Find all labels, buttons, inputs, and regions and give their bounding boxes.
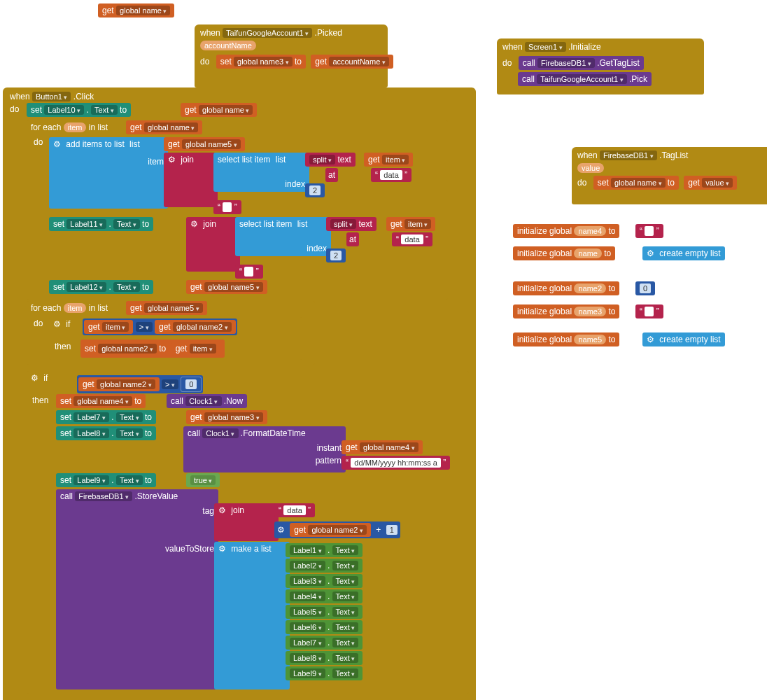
get-global-name-top[interactable]: get global name [98, 4, 174, 18]
prop-dd[interactable]: Text [332, 668, 359, 678]
var-dd[interactable]: global name5 [182, 139, 241, 149]
compare-2[interactable]: get global name2 > 0 [77, 375, 203, 393]
get-value[interactable]: get value [684, 176, 737, 190]
var-dd[interactable]: global name2 [97, 379, 155, 389]
get-gname5-3[interactable]: get global name5 [126, 301, 207, 315]
var-dd[interactable]: global name [199, 105, 253, 115]
label8-text[interactable]: Label8 . Text [286, 651, 363, 665]
init-global-name[interactable]: initialize global name to [513, 246, 615, 260]
init-global-name5[interactable]: initialize global name5 to [513, 332, 619, 346]
component-dd[interactable]: Label8 [290, 653, 325, 663]
at-1[interactable]: at [325, 168, 338, 182]
set-label12[interactable]: set Label12 . Text to [49, 280, 153, 294]
component-dd[interactable]: Label9 [73, 475, 109, 485]
component-dd[interactable]: Label2 [290, 561, 325, 570]
index-2-a[interactable]: 2 [305, 183, 325, 197]
var-name[interactable]: name2 [574, 284, 606, 293]
get-gname2-1[interactable]: get global name2 [155, 320, 236, 334]
component-dd[interactable]: Screen1 [525, 42, 566, 52]
empty-str-a[interactable]: “ ” [213, 200, 241, 214]
set-label8[interactable]: set Label8 . Text to [56, 426, 156, 440]
string-value[interactable] [645, 307, 654, 316]
prop-dd[interactable]: Text [332, 607, 359, 617]
split-dd[interactable]: split [309, 155, 335, 164]
component-dd[interactable]: Label7 [73, 412, 109, 422]
split-dd[interactable]: split [330, 219, 356, 229]
get-gname2-3[interactable]: get global name2 [290, 523, 371, 537]
call-gettaglist[interactable]: call FirebaseDB1 .GetTagList [519, 56, 644, 70]
init-global-name2[interactable]: initialize global name2 to [513, 281, 619, 295]
split-1[interactable]: split text [305, 153, 356, 167]
call-clock-now[interactable]: call Clock1 .Now [167, 394, 247, 408]
component-dd[interactable]: Label12 [66, 282, 106, 292]
num-value[interactable]: 0 [640, 284, 651, 293]
get-gname-1[interactable]: get global name [181, 103, 257, 117]
var-dd[interactable]: global name4 [360, 442, 418, 452]
var-dd[interactable]: item [190, 344, 216, 354]
add-items-block[interactable]: add items to list list item [49, 137, 168, 209]
set-global-name[interactable]: set global name to [593, 176, 679, 190]
prop-dd[interactable]: Text [116, 412, 143, 422]
create-empty-list1[interactable]: create empty list [642, 246, 725, 260]
var-dd[interactable]: item [102, 322, 129, 332]
loop-var[interactable]: item [64, 303, 87, 313]
get-gname2-2[interactable]: get global name2 [78, 377, 160, 391]
prop-dd[interactable]: Text [332, 561, 359, 570]
var-dd[interactable]: global name2 [308, 525, 367, 535]
component-dd[interactable]: Label8 [73, 428, 109, 438]
var-dd[interactable]: accountName [329, 57, 388, 66]
join-1[interactable]: join [164, 153, 218, 207]
call-pick[interactable]: call TaifunGoogleAccount1 .Pick [518, 72, 652, 86]
set-block[interactable]: set global name3 to [216, 55, 306, 69]
string-value[interactable] [223, 202, 232, 212]
var-dd[interactable]: value [702, 178, 733, 188]
string-empty1[interactable]: “ ” [635, 224, 663, 238]
var-dd[interactable]: global name [116, 6, 170, 15]
var-dd[interactable]: global name3 [234, 57, 293, 66]
var-name[interactable]: name4 [574, 226, 606, 236]
component-dd[interactable]: Label10 [44, 105, 84, 115]
get-gname4[interactable]: get global name4 [342, 440, 423, 454]
component-dd[interactable]: TaifunGoogleAccount1 [223, 28, 312, 38]
label1-text[interactable]: Label1 . Text [286, 543, 363, 557]
set-label7[interactable]: set Label7 . Text to [56, 410, 156, 424]
empty-str-b[interactable]: “ ” [235, 265, 263, 279]
component-dd[interactable]: Label1 [290, 545, 325, 555]
label6-text[interactable]: Label6 . Text [286, 620, 363, 634]
string-value[interactable]: data [380, 170, 402, 180]
label5-text[interactable]: Label5 . Text [286, 605, 363, 619]
component-dd[interactable]: TaifunGoogleAccount1 [537, 74, 626, 84]
set-gname2-item[interactable]: set global name2 to get item [80, 340, 225, 358]
var-dd[interactable]: global name [611, 178, 665, 188]
var-dd[interactable]: global name2 [98, 344, 157, 354]
num-value[interactable]: 2 [330, 251, 342, 260]
prop-dd[interactable]: Text [113, 282, 140, 292]
get-item-1[interactable]: get item [364, 153, 413, 167]
var-name[interactable]: name [574, 248, 602, 258]
num-value[interactable]: 0 [185, 379, 197, 389]
string-value[interactable]: data [283, 505, 305, 515]
var-dd[interactable]: global name5 [144, 303, 203, 313]
prop-dd[interactable]: Text [116, 428, 143, 438]
string-value[interactable]: data [401, 234, 423, 244]
var-name[interactable]: name3 [574, 307, 606, 316]
at-2[interactable]: at [346, 232, 359, 246]
prop-dd[interactable]: Text [91, 105, 118, 115]
join-tag[interactable]: join [214, 503, 279, 541]
component-dd[interactable]: Clock1 [202, 428, 238, 438]
prop-dd[interactable]: Text [332, 653, 359, 663]
num-one[interactable]: 1 [386, 525, 397, 535]
data-str-2[interactable]: “ data ” [392, 232, 432, 246]
var-dd[interactable]: global name3 [204, 412, 263, 422]
num-value[interactable]: 2 [309, 186, 321, 195]
label7-text[interactable]: Label7 . Text [286, 636, 363, 650]
component-dd[interactable]: Label11 [66, 219, 106, 229]
num-zero[interactable]: 0 [181, 377, 202, 392]
var-dd[interactable]: global name2 [173, 322, 232, 332]
prop-dd[interactable]: Text [332, 638, 359, 648]
component-dd[interactable]: FirebaseDB1 [75, 491, 132, 501]
prop-dd[interactable]: Text [332, 592, 359, 601]
index-2-b[interactable]: 2 [326, 248, 346, 262]
op-dd[interactable]: > [136, 322, 153, 332]
get-gname5-2[interactable]: get global name5 [186, 280, 267, 294]
